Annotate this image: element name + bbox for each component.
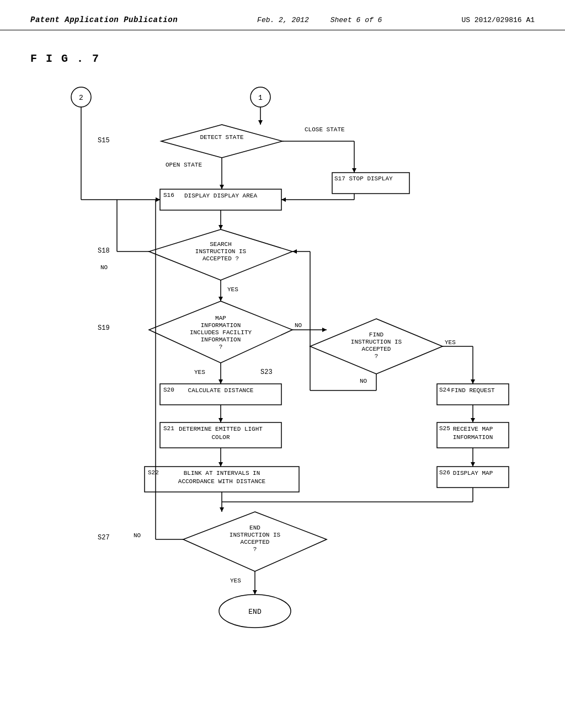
svg-text:S27: S27	[98, 534, 110, 542]
svg-text:INSTRUCTION IS: INSTRUCTION IS	[351, 339, 402, 345]
svg-text:NO: NO	[360, 378, 367, 384]
svg-text:FIND: FIND	[369, 331, 384, 338]
svg-text:INFORMATION: INFORMATION	[453, 434, 493, 441]
svg-text:S26: S26	[439, 469, 450, 476]
svg-text:ACCEPTED ?: ACCEPTED ?	[202, 255, 239, 262]
svg-text:MAP: MAP	[215, 315, 226, 322]
svg-text:S22: S22	[148, 469, 159, 476]
svg-marker-60	[218, 379, 223, 384]
svg-text:INSTRUCTION IS: INSTRUCTION IS	[230, 532, 281, 538]
svg-text:ACCEPTED: ACCEPTED	[362, 346, 391, 352]
header-sheet: Sheet 6 of 6	[331, 16, 382, 24]
svg-text:FIND REQUEST: FIND REQUEST	[451, 387, 495, 394]
svg-text:INFORMATION: INFORMATION	[201, 322, 241, 329]
svg-text:DETECT STATE: DETECT STATE	[200, 134, 244, 141]
svg-text:S18: S18	[98, 247, 110, 255]
svg-text:YES: YES	[445, 339, 456, 346]
svg-marker-18	[220, 185, 224, 189]
svg-text:?: ?	[219, 344, 223, 350]
svg-text:S15: S15	[98, 137, 110, 144]
header-left: Patent Application Publication	[30, 15, 178, 24]
svg-text:DISPLAY MAP: DISPLAY MAP	[453, 470, 493, 477]
svg-text:DISPLAY DISPLAY AREA: DISPLAY DISPLAY AREA	[184, 192, 257, 199]
svg-text:S23: S23	[260, 368, 273, 376]
svg-marker-88	[218, 462, 223, 467]
header-right: US 2012/029816 A1	[461, 16, 535, 24]
header-date: Feb. 2, 2012	[257, 16, 309, 24]
svg-text:ACCEPTED: ACCEPTED	[241, 539, 270, 545]
svg-text:INFORMATION: INFORMATION	[201, 336, 241, 343]
svg-text:INCLUDES FACILITY: INCLUDES FACILITY	[190, 329, 252, 336]
svg-text:S17: S17	[334, 175, 345, 182]
svg-marker-50	[322, 328, 327, 332]
svg-text:NO: NO	[134, 532, 141, 539]
svg-text:S24: S24	[439, 387, 450, 393]
svg-text:YES: YES	[194, 369, 205, 376]
svg-marker-76	[218, 418, 223, 422]
svg-text:S25: S25	[439, 425, 450, 432]
svg-marker-24	[281, 197, 286, 202]
svg-text:NO: NO	[100, 264, 108, 271]
svg-text:S20: S20	[163, 387, 174, 393]
flowchart-container: 1 2 S15 DETECT STATE CLOSE STATE	[45, 82, 520, 680]
svg-text:S16: S16	[163, 192, 174, 199]
svg-text:DETERMINE EMITTED LIGHT: DETERMINE EMITTED LIGHT	[179, 426, 263, 432]
svg-text:?: ?	[375, 353, 379, 360]
svg-text:2: 2	[79, 94, 83, 102]
svg-text:YES: YES	[227, 286, 238, 293]
svg-text:NO: NO	[295, 322, 302, 329]
svg-text:INSTRUCTION IS: INSTRUCTION IS	[195, 248, 247, 255]
svg-text:CLOSE STATE: CLOSE STATE	[305, 126, 345, 133]
svg-text:CALCULATE DISTANCE: CALCULATE DISTANCE	[188, 387, 254, 394]
svg-text:S21: S21	[163, 425, 174, 432]
svg-marker-35	[218, 297, 223, 301]
svg-text:RECEIVE MAP: RECEIVE MAP	[453, 426, 493, 432]
svg-marker-69	[471, 379, 475, 384]
svg-marker-12	[352, 168, 356, 173]
svg-text:BLINK AT INTERVALS IN: BLINK AT INTERVALS IN	[184, 470, 260, 477]
flowchart-svg: 1 2 S15 DETECT STATE CLOSE STATE	[45, 82, 520, 677]
svg-marker-97	[471, 462, 475, 467]
svg-marker-29	[149, 229, 292, 280]
svg-marker-5	[258, 120, 263, 125]
svg-text:STOP DISPLAY: STOP DISPLAY	[349, 175, 393, 182]
svg-marker-99	[220, 507, 224, 512]
figure-area: F I G . 7 1 2 S15 DETECT STATE	[0, 30, 565, 702]
svg-text:END: END	[248, 608, 262, 616]
page-header: Patent Application Publication Feb. 2, 2…	[0, 0, 565, 30]
svg-marker-7	[161, 125, 282, 158]
svg-text:YES: YES	[230, 577, 241, 584]
svg-marker-115	[253, 590, 257, 595]
svg-marker-26	[218, 225, 223, 229]
figure-label: F I G . 7	[30, 52, 535, 65]
header-center: Feb. 2, 2012 Sheet 6 of 6	[257, 16, 382, 24]
svg-text:S19: S19	[98, 324, 110, 332]
svg-text:SEARCH: SEARCH	[210, 241, 232, 248]
svg-text:OPEN STATE: OPEN STATE	[166, 162, 202, 168]
svg-marker-86	[471, 418, 475, 422]
svg-marker-112	[156, 197, 160, 202]
page: Patent Application Publication Feb. 2, 2…	[0, 0, 565, 728]
svg-text:END: END	[249, 524, 260, 531]
svg-text:COLOR: COLOR	[211, 434, 230, 441]
svg-marker-74	[292, 249, 297, 254]
svg-text:ACCORDANCE WITH DISTANCE: ACCORDANCE WITH DISTANCE	[178, 478, 266, 485]
svg-text:?: ?	[253, 546, 257, 553]
svg-text:1: 1	[258, 94, 263, 102]
